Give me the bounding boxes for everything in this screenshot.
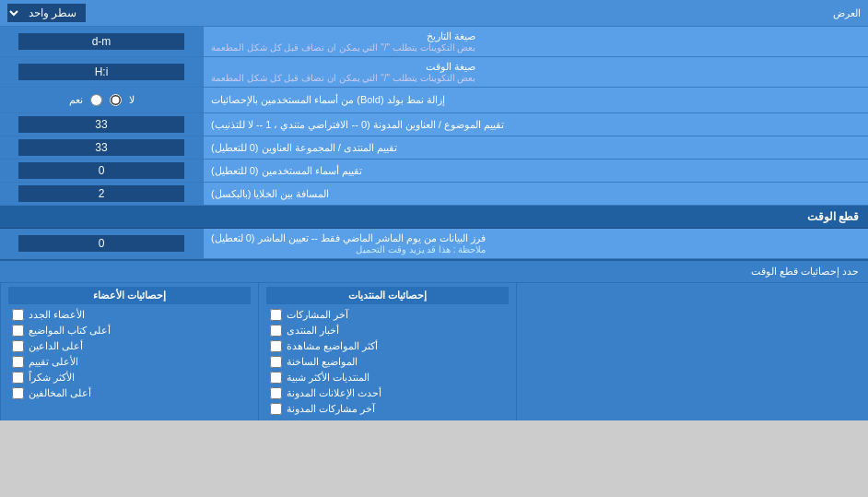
- cb-most-similar: المنتديات الأكثر شبية: [266, 370, 509, 385]
- cb-forum-news: أخبار المنتدى: [266, 323, 509, 338]
- bold-remove-control: نعم لا: [0, 88, 203, 112]
- time-format-input[interactable]: [18, 64, 184, 80]
- stats-col-members: إحصائيات الأعضاء الأعضاء الجدد أعلى كتاب…: [0, 283, 258, 420]
- cb-latest-ads: أحدث الإعلانات المدونة: [266, 385, 509, 401]
- bold-remove-label: إزالة نمط بولد (Bold) من أسماء المستخدمي…: [203, 88, 868, 112]
- cell-padding-control: [0, 183, 203, 205]
- radio-no[interactable]: [110, 94, 122, 106]
- top-row: العرض سطر واحد سطرين ثلاثة أسطر: [0, 0, 868, 27]
- date-format-row: صيغة التاريخ بعض التكوينات يتطلب "/" الت…: [0, 27, 868, 57]
- user-sort-row: تقييم أسماء المستخدمين (0 للتعطيل): [0, 160, 868, 183]
- forum-sort-control: [0, 136, 203, 159]
- date-format-label: صيغة التاريخ بعض التكوينات يتطلب "/" الت…: [203, 27, 868, 56]
- top-control: سطر واحد سطرين ثلاثة أسطر: [7, 4, 86, 22]
- cell-padding-label: المسافة بين الخلايا (بالبكسل): [203, 183, 868, 205]
- cb-top-rated: الأعلى تقييم: [8, 354, 251, 370]
- cb-most-similar-input[interactable]: [270, 372, 282, 384]
- top-label: العرض: [86, 7, 861, 19]
- stats-col-forums: إحصائيات المنتديات آخر المشاركات أخبار ا…: [258, 283, 516, 420]
- cutoff-input[interactable]: [18, 235, 184, 252]
- cb-top-posters-input[interactable]: [12, 325, 24, 337]
- stats-empty-col: [516, 283, 868, 420]
- display-select[interactable]: سطر واحد سطرين ثلاثة أسطر: [7, 4, 86, 22]
- cb-top-inviters: أعلى الداعين: [8, 338, 251, 354]
- cb-top-violators-input[interactable]: [12, 387, 24, 399]
- cb-top-posters: أعلى كتاب المواضيع: [8, 323, 251, 338]
- cutoff-control: [0, 229, 203, 258]
- cb-top-inviters-input[interactable]: [12, 340, 24, 352]
- stats-col-forums-header: إحصائيات المنتديات: [266, 287, 509, 304]
- cb-top-violators: أعلى المخالفين: [8, 385, 251, 401]
- stats-columns: إحصائيات المنتديات آخر المشاركات أخبار ا…: [0, 283, 868, 420]
- forum-sort-label: تقييم المنتدى / المجموعة العناوين (0 للت…: [203, 136, 868, 159]
- stats-section: حدد إحصائيات قطع الوقت إحصائيات المنتديا…: [0, 259, 868, 420]
- user-sort-input[interactable]: [18, 162, 184, 179]
- stats-header-label: حدد إحصائيات قطع الوقت: [9, 266, 859, 278]
- radio-yes-label: نعم: [69, 94, 83, 106]
- cb-forum-news-input[interactable]: [270, 325, 282, 337]
- cb-latest-ads-input[interactable]: [270, 387, 282, 399]
- user-sort-label: تقييم أسماء المستخدمين (0 للتعطيل): [203, 160, 868, 182]
- forum-sort-input[interactable]: [18, 139, 184, 156]
- cb-new-members-input[interactable]: [12, 309, 24, 321]
- cb-last-blog-posts-input[interactable]: [270, 403, 282, 415]
- cutoff-label: فرز البيانات من يوم الماشر الماضي فقط --…: [203, 229, 868, 258]
- cb-most-thanks: الأكثر شكراً: [8, 370, 251, 385]
- cutoff-row: فرز البيانات من يوم الماشر الماضي فقط --…: [0, 229, 868, 259]
- user-sort-control: [0, 160, 203, 182]
- time-format-row: صيغة الوقت بعض التكوينات يتطلب "/" التي …: [0, 57, 868, 88]
- bold-remove-row: إزالة نمط بولد (Bold) من أسماء المستخدمي…: [0, 88, 868, 113]
- radio-yes[interactable]: [90, 94, 102, 106]
- cb-most-thanks-input[interactable]: [12, 372, 24, 384]
- stats-col-members-header: إحصائيات الأعضاء: [8, 287, 251, 304]
- forum-sort-row: تقييم المنتدى / المجموعة العناوين (0 للت…: [0, 136, 868, 160]
- cell-padding-row: المسافة بين الخلايا (بالبكسل): [0, 183, 868, 206]
- topic-sort-input[interactable]: [18, 116, 184, 133]
- cb-last-blog-posts: آخر مشاركات المدونة: [266, 401, 509, 417]
- cb-hot-topics-input[interactable]: [270, 356, 282, 368]
- date-format-control: [0, 27, 203, 56]
- date-format-input[interactable]: [18, 33, 184, 50]
- cutoff-section-header: قطع الوقت: [0, 206, 868, 229]
- cb-hot-topics: المواضيع الساخنة: [266, 354, 509, 370]
- stats-header-row: حدد إحصائيات قطع الوقت: [0, 261, 868, 283]
- cb-last-posts: آخر المشاركات: [266, 307, 509, 323]
- radio-no-label: لا: [129, 94, 135, 106]
- cell-padding-input[interactable]: [18, 185, 184, 202]
- topic-sort-row: تقييم الموضوع / العناوين المدونة (0 -- ا…: [0, 113, 868, 136]
- topic-sort-control: [0, 113, 203, 136]
- cb-last-posts-input[interactable]: [270, 309, 282, 321]
- time-format-label: صيغة الوقت بعض التكوينات يتطلب "/" التي …: [203, 57, 868, 87]
- topic-sort-label: تقييم الموضوع / العناوين المدونة (0 -- ا…: [203, 113, 868, 136]
- bold-radio-group: نعم لا: [60, 90, 144, 110]
- time-format-control: [0, 57, 203, 87]
- cb-new-members: الأعضاء الجدد: [8, 307, 251, 323]
- cb-most-viewed-input[interactable]: [270, 340, 282, 352]
- cb-most-viewed: أكثر المواضيع مشاهدة: [266, 338, 509, 354]
- cb-top-rated-input[interactable]: [12, 356, 24, 368]
